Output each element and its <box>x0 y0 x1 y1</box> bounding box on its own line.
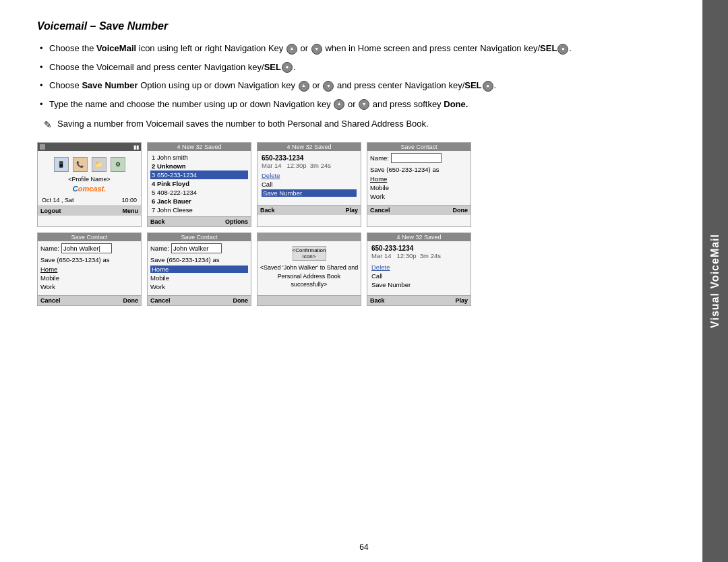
screen1-footer: Logout Menu <box>38 206 141 216</box>
screen4-header: Save Contact <box>367 143 471 151</box>
main-content: Voicemail – Save Number Choose the Voice… <box>0 0 702 319</box>
action-save-number[interactable]: Save Number <box>262 189 357 197</box>
icon-voicemail: 📱 <box>54 157 69 172</box>
screen3-footer: Back Play <box>257 205 361 215</box>
sc-name-row-3: Name: <box>150 243 248 253</box>
sc-option-work-1[interactable]: Work <box>370 193 468 200</box>
nav-down-icon <box>311 44 322 55</box>
nav-down-icon-2 <box>323 81 334 92</box>
sc-option-home-3[interactable]: Home <box>150 266 248 273</box>
sc-name-input-2[interactable] <box>61 243 112 253</box>
screen1-time: 10:00 <box>121 197 137 204</box>
vm-item-7: 7 John Cleese <box>150 206 248 214</box>
icon-folder: 📁 <box>92 157 107 172</box>
screen3-body: 650-233-1234 Mar 14 12:30p 3m 24s Delete… <box>257 151 361 205</box>
confirm-text: <Saved 'John Walker' to Shared and Perso… <box>260 263 359 289</box>
bold-voicemail: VoiceMail <box>96 43 136 53</box>
screen3-header: 4 New 32 Saved <box>257 143 361 151</box>
screen6-footer-left[interactable]: Cancel <box>150 297 171 304</box>
screen1-icons: 📱 📞 📁 ⚙ <box>40 153 138 175</box>
vm-item-6: 6 Jack Bauer <box>150 197 248 206</box>
sc-option-work-2[interactable]: Work <box>40 283 138 290</box>
sc-option-home-1[interactable]: Home <box>370 175 468 183</box>
msg-detail-2: 650-233-1234 Mar 14 12:30p 3m 24s Delete… <box>370 243 468 291</box>
screen8-header: 4 New 32 Saved <box>367 233 471 241</box>
sc-option-work-3[interactable]: Work <box>150 283 248 290</box>
sc-option-mobile-1[interactable]: Mobile <box>370 184 468 191</box>
screen4-footer-left[interactable]: Cancel <box>370 207 390 214</box>
side-tab: Visual VoiceMail <box>702 0 728 562</box>
screen5-footer: Cancel Done <box>38 295 141 305</box>
screen7-footer-right <box>356 297 358 304</box>
note-text: Saving a number from Voicemail saves the… <box>57 119 429 129</box>
screen3-footer-left[interactable]: Back <box>260 207 275 214</box>
screens-row-1: ▮▮ 📱 📞 📁 ⚙ <Profile Name> Comcast. Oct 1… <box>37 142 675 227</box>
vm-item-1: 1 John smith <box>150 153 248 162</box>
sc-option-mobile-3[interactable]: Mobile <box>150 274 248 282</box>
screen8-footer-right[interactable]: Play <box>455 297 468 304</box>
screen6-footer-right[interactable]: Done <box>233 297 249 304</box>
screen1-footer-right: Menu <box>123 208 139 214</box>
screen4-footer-right[interactable]: Done <box>453 207 468 214</box>
icon-settings: ⚙ <box>111 157 125 172</box>
sel-label-3: SEL <box>464 80 481 90</box>
screen6-header: Save Contact <box>148 233 251 241</box>
vm-list: 1 John smith 2 Unknown 3 650-233-1234 4 … <box>150 153 248 214</box>
sc-option-home-2[interactable]: Home <box>40 266 138 273</box>
screen-7-confirmation: <Confirmation Icon> <Saved 'John Walker'… <box>257 232 361 306</box>
icon-phone: 📞 <box>73 157 88 172</box>
msg-phone-2: 650-233-1234 <box>371 245 466 252</box>
bold-save-number: Save Number <box>82 80 138 90</box>
screen2-body: 1 John smith 2 Unknown 3 650-233-1234 4 … <box>148 151 251 216</box>
screen1-header-bar: ▮▮ <box>38 143 141 151</box>
screen5-body: Name: Save (650-233-1234) as Home Mobile… <box>38 241 141 295</box>
sc-name-label-2: Name: <box>40 245 59 252</box>
screen2-footer-left[interactable]: Back <box>150 218 165 225</box>
action-call[interactable]: Call <box>262 181 357 188</box>
page-title: Voicemail – Save Number <box>37 20 675 32</box>
sc-name-row-2: Name: <box>40 243 138 253</box>
sc-save-as-2: Save (650-233-1234) as <box>40 256 138 263</box>
bullet-2: Choose the Voicemail and press center Na… <box>37 61 675 74</box>
action-call-2[interactable]: Call <box>371 272 466 280</box>
screen6-footer: Cancel Done <box>148 295 251 305</box>
side-tab-label: Visual VoiceMail <box>709 234 721 328</box>
screen8-footer-left[interactable]: Back <box>370 297 385 304</box>
msg-detail: 650-233-1234 Mar 14 12:30p 3m 24s Delete… <box>260 153 358 199</box>
vm-item-3[interactable]: 3 650-233-1234 <box>150 170 248 179</box>
nav-up-icon-3 <box>334 99 344 110</box>
action-delete-2[interactable]: Delete <box>371 263 466 271</box>
note: ✎ Saving a number from Voicemail saves t… <box>44 119 675 130</box>
msg-phone: 650-233-1234 <box>262 154 357 162</box>
sc-name-input-3[interactable] <box>171 243 222 253</box>
screen3-footer-right[interactable]: Play <box>345 207 358 214</box>
sc-name-label-3: Name: <box>150 245 169 252</box>
vm-item-5: 5 408-222-1234 <box>150 188 248 197</box>
action-save-number-2[interactable]: Save Number <box>371 281 466 288</box>
screen2-footer-right[interactable]: Options <box>225 218 248 225</box>
action-delete[interactable]: Delete <box>262 172 357 179</box>
screen8-body: 650-233-1234 Mar 14 12:30p 3m 24s Delete… <box>367 241 471 295</box>
screen8-footer: Back Play <box>367 295 471 305</box>
instruction-list: Choose the VoiceMail icon using left or … <box>37 42 675 111</box>
nav-up-icon <box>286 44 297 55</box>
screen1-footer-left: Logout <box>40 208 61 214</box>
msg-meta-2: Mar 14 12:30p 3m 24s <box>371 252 466 259</box>
screen-3-message-detail: 4 New 32 Saved 650-233-1234 Mar 14 12:30… <box>257 142 361 227</box>
bullet-4: Type the name and choose the number usin… <box>37 98 675 111</box>
sc-name-input-1[interactable] <box>391 153 442 163</box>
bullet-3: Choose Save Number Option using up or do… <box>37 79 675 92</box>
sc-option-mobile-2[interactable]: Mobile <box>40 274 138 282</box>
screen-5-save-contact-typed: Save Contact Name: Save (650-233-1234) a… <box>37 232 142 306</box>
screen2-header: 4 New 32 Saved <box>148 143 251 151</box>
sc-name-label-1: Name: <box>370 154 389 162</box>
screen1-date: Oct 14 , Sat <box>42 197 74 204</box>
screen7-header <box>257 233 361 241</box>
screen2-footer: Back Options <box>148 216 251 226</box>
bullet-1: Choose the VoiceMail icon using left or … <box>37 42 675 55</box>
screen7-footer-left <box>260 297 262 304</box>
page-number: 64 <box>359 542 368 552</box>
screen5-footer-right[interactable]: Done <box>123 297 139 304</box>
sc-save-as-3: Save (650-233-1234) as <box>150 256 248 263</box>
screen5-footer-left[interactable]: Cancel <box>40 297 61 304</box>
